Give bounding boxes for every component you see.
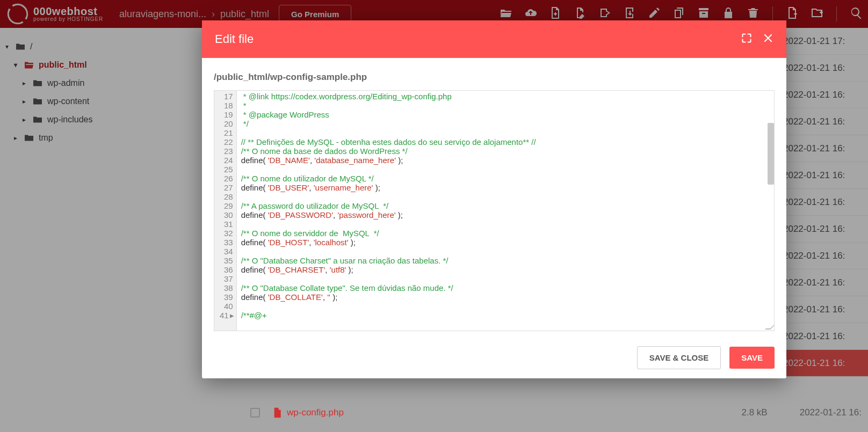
fullscreen-icon[interactable] (741, 33, 752, 46)
save-and-close-button[interactable]: SAVE & CLOSE (637, 346, 721, 369)
modal-body: /public_html/wp-config-sample.php 171819… (202, 58, 786, 336)
file-icon (273, 407, 281, 418)
modal-footer: SAVE & CLOSE SAVE (202, 336, 786, 378)
file-size: 2.8 kB (741, 407, 767, 418)
resize-handle-icon[interactable] (766, 323, 773, 330)
editor-scrollbar[interactable] (766, 91, 774, 331)
editor-code[interactable]: * @link https://codex.wordpress.org/Edit… (237, 91, 774, 331)
file-name: wp-config.php (287, 407, 344, 418)
edit-file-modal: Edit file /public_html/wp-config-sample.… (202, 20, 786, 378)
file-path: /public_html/wp-config-sample.php (214, 72, 775, 83)
file-date: 2022-01-21 16: (800, 407, 862, 418)
row-checkbox[interactable] (250, 408, 260, 418)
save-button[interactable]: SAVE (729, 347, 775, 369)
file-row-wp-config[interactable]: wp-config.php 2.8 kB 2022-01-21 16: (243, 399, 868, 427)
modal-header: Edit file (202, 20, 786, 58)
editor-gutter: 1718192021222324252627282930313233343536… (214, 91, 237, 331)
modal-title: Edit file (215, 32, 254, 46)
code-editor[interactable]: 1718192021222324252627282930313233343536… (214, 90, 775, 331)
close-icon[interactable] (763, 33, 773, 46)
